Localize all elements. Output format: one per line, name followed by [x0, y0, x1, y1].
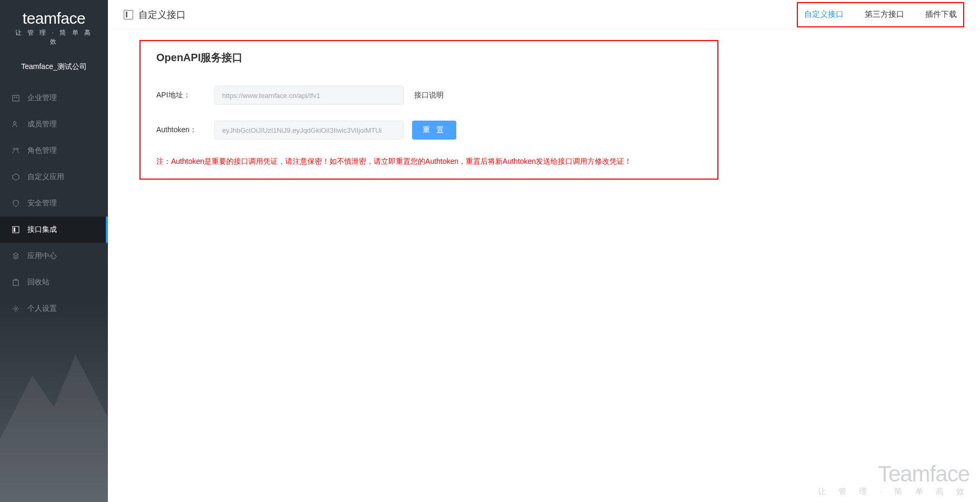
sidebar-item-label: 安全管理 — [27, 199, 57, 208]
shield-icon — [12, 199, 20, 208]
tab-third-party[interactable]: 第三方接口 — [865, 4, 904, 25]
openapi-card: OpenAPI服务接口 API地址： 接口说明 Authtoken： 重 置 注… — [139, 40, 718, 180]
sidebar-item-label: 成员管理 — [27, 120, 57, 129]
authtoken-label: Authtoken： — [156, 125, 214, 135]
page-title: 自定义接口 — [138, 8, 186, 21]
svg-point-4 — [13, 148, 15, 150]
svg-rect-8 — [13, 280, 18, 286]
enterprise-icon — [12, 94, 20, 102]
tab-custom-api[interactable]: 自定义接口 — [804, 4, 844, 25]
sidebar-item-roles[interactable]: 角色管理 — [0, 137, 108, 164]
authtoken-row: Authtoken： 重 置 — [156, 121, 702, 140]
sidebar-item-security[interactable]: 安全管理 — [0, 190, 108, 216]
sidebar-item-label: 应用中心 — [27, 251, 57, 261]
logo-area: teamface 让 管 理 · 简 单 高 效 — [0, 0, 108, 52]
header: 自定义接口 自定义接口 第三方接口 插件下载 — [108, 0, 980, 29]
sidebar-item-personal[interactable]: 个人设置 — [0, 296, 108, 322]
logo-tagline: 让 管 理 · 简 单 高 效 — [11, 28, 97, 46]
reset-button[interactable]: 重 置 — [412, 121, 456, 140]
svg-point-9 — [15, 308, 17, 310]
svg-rect-2 — [16, 97, 17, 98]
gear-icon — [12, 304, 20, 313]
sidebar-item-label: 回收站 — [27, 278, 49, 287]
warning-text: 注：Authtoken是重要的接口调用凭证，请注意保密！如不慎泄密，请立即重置您… — [156, 155, 702, 167]
company-name: Teamface_测试公司 — [0, 52, 108, 85]
page-title-area: 自定义接口 — [124, 8, 186, 21]
card-title: OpenAPI服务接口 — [156, 51, 702, 65]
roles-icon — [12, 146, 20, 155]
tab-plugin-download[interactable]: 插件下载 — [925, 4, 957, 25]
main-content: 自定义接口 自定义接口 第三方接口 插件下载 OpenAPI服务接口 API地址… — [108, 0, 980, 502]
watermark-title: Teamface — [818, 461, 969, 487]
members-icon — [12, 120, 20, 129]
svg-point-3 — [14, 122, 16, 124]
api-doc-link[interactable]: 接口说明 — [414, 91, 444, 100]
watermark: Teamface 让 管 理 · 简 单 高 效 — [818, 461, 969, 497]
sidebar-item-label: 个人设置 — [27, 304, 57, 313]
svg-rect-6 — [13, 227, 19, 233]
svg-point-5 — [16, 148, 18, 150]
svg-rect-1 — [14, 97, 15, 98]
sidebar-item-label: 自定义应用 — [27, 172, 64, 182]
api-address-label: API地址： — [156, 91, 214, 100]
app-center-icon — [12, 252, 20, 260]
api-address-row: API地址： 接口说明 — [156, 86, 702, 105]
api-icon — [12, 225, 20, 234]
logo-text: teamface — [11, 9, 97, 27]
sidebar-item-custom-app[interactable]: 自定义应用 — [0, 164, 108, 190]
sidebar-item-recycle[interactable]: 回收站 — [0, 269, 108, 296]
sidebar-item-app-center[interactable]: 应用中心 — [0, 243, 108, 269]
sidebar-item-api[interactable]: 接口集成 — [0, 216, 108, 243]
page-title-icon — [124, 10, 133, 19]
sidebar: teamface 让 管 理 · 简 单 高 效 Teamface_测试公司 企… — [0, 0, 108, 502]
sidebar-item-label: 接口集成 — [27, 225, 57, 234]
svg-rect-0 — [13, 95, 19, 101]
custom-app-icon — [12, 173, 20, 181]
sidebar-decoration — [0, 291, 108, 502]
sidebar-item-members[interactable]: 成员管理 — [0, 111, 108, 137]
sidebar-item-label: 企业管理 — [27, 93, 57, 103]
sidebar-item-label: 角色管理 — [27, 146, 57, 155]
sidebar-item-enterprise[interactable]: 企业管理 — [0, 85, 108, 111]
api-address-input[interactable] — [214, 86, 404, 105]
recycle-icon — [12, 278, 20, 287]
watermark-subtitle: 让 管 理 · 简 单 高 效 — [818, 487, 969, 497]
header-tabs: 自定义接口 第三方接口 插件下载 — [797, 2, 964, 27]
content-area: OpenAPI服务接口 API地址： 接口说明 Authtoken： 重 置 注… — [108, 29, 980, 190]
authtoken-input[interactable] — [214, 121, 404, 140]
svg-rect-7 — [14, 228, 15, 232]
